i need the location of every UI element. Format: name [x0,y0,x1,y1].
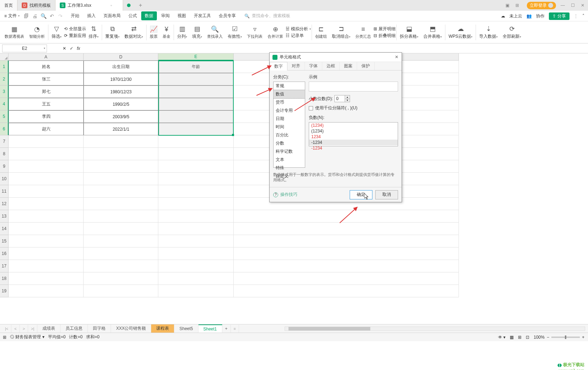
dlg-tab-font[interactable]: 字体 [305,62,322,70]
row-header-3[interactable]: 3 [0,85,9,98]
cell[interactable] [84,185,158,198]
cell[interactable] [158,148,234,160]
dialog-close-button[interactable]: ✕ [394,54,399,60]
subtotal-button[interactable]: ≡分类汇总 [353,21,374,43]
cell[interactable]: 1980/12/23 [84,85,158,98]
cell[interactable]: 1990/2/5 [84,98,158,110]
row-header-8[interactable]: 8 [0,148,9,160]
zoom-knob[interactable] [565,335,566,339]
cancel-button[interactable]: 取消 [375,190,398,199]
cell[interactable] [234,210,459,223]
cell[interactable] [84,210,158,223]
row-header-4[interactable]: 4 [0,98,9,110]
validity-button[interactable]: ☑有效性▾ [225,21,244,43]
tab-review[interactable]: 审阅 [158,11,173,20]
thousand-checkbox[interactable]: 使用千位分隔符( , )(U) [309,105,398,111]
cell[interactable]: 郑七 [9,85,84,98]
tab-insert[interactable]: 插入 [84,11,99,20]
row-header-17[interactable]: 17 [0,260,9,272]
name-box[interactable]: E2▾ [2,45,47,52]
cell[interactable] [158,235,234,247]
showall-button[interactable]: ⟲全部显示 [64,26,86,32]
view-layout-icon[interactable]: ⊡ [526,335,529,340]
sheet-list-button[interactable]: ≡ [231,325,239,333]
print-icon[interactable]: 🖨 [32,13,38,19]
cell[interactable]: 姓名 [9,61,84,73]
row-header-18[interactable]: 18 [0,272,9,285]
cell[interactable] [158,160,234,173]
cell[interactable] [84,198,158,210]
sheet-tab[interactable]: 田字格 [88,324,111,333]
tab-start[interactable]: 开始 [67,11,83,20]
status-doc-icon[interactable]: ◎ 财务报表管理 ▾ [10,334,44,340]
apps-icon[interactable]: ⊞ [514,3,520,8]
cell[interactable]: 张三 [9,73,84,85]
refresh-button[interactable]: ⟳全部刷新▾ [500,21,524,43]
cell[interactable] [9,223,84,235]
minimize-button[interactable]: — [560,3,566,8]
cell[interactable] [158,85,234,98]
category-list[interactable]: 常规数值货币会计专用日期时间百分比分数科学记数文本特殊自定义 [273,82,305,168]
sheet-nav-first[interactable]: |< [2,325,11,333]
cell[interactable] [234,247,459,260]
cell[interactable]: 李四 [9,110,84,123]
pivot-button[interactable]: ▦数据透视表 [2,21,27,43]
cloud-icon[interactable]: ☁ [501,14,505,19]
lookup-button[interactable]: 🔍查找录入 [205,21,225,43]
col-header-E[interactable]: E [158,53,234,61]
form-button[interactable]: ☷记录单 [286,33,311,39]
tab-formula[interactable]: 公式 [125,11,141,20]
view-normal-icon[interactable]: ▦ [510,335,514,340]
dlg-tab-pattern[interactable]: 图案 [340,62,357,70]
cell[interactable] [158,247,234,260]
sheet-tab[interactable]: Sheet5 [174,324,198,333]
zoom-slider[interactable] [551,337,580,338]
category-item[interactable]: 百分比 [274,131,305,139]
status-setting-icon[interactable]: ⊞ [3,335,6,340]
tips-link[interactable]: ?操作技巧 [273,192,297,198]
layout-icon[interactable]: ▣ [504,3,510,8]
fund-button[interactable]: ¥基金 [160,21,173,43]
dlg-tab-protect[interactable]: 保护 [357,62,375,70]
tab-home[interactable]: 首页 [0,0,17,11]
collapse-button[interactable]: ⊟折叠明细 [374,33,396,39]
undo-icon[interactable]: ↶ [49,13,55,19]
row-header-6[interactable]: 6 [0,123,9,135]
row-header-9[interactable]: 9 [0,160,9,173]
cell[interactable] [84,173,158,185]
negative-list[interactable]: (1234)(1234)1234-1234-1234 [309,122,398,146]
tab-data[interactable]: 数据 [141,11,157,20]
cell[interactable] [9,160,84,173]
cell[interactable] [84,272,158,285]
sheet-tab[interactable]: XXX公司销售额 [111,324,151,333]
dup-button[interactable]: ⧉重复项▾ [103,21,122,43]
scrollbar-thumb[interactable] [288,327,370,330]
negative-item[interactable]: 1234 [309,134,398,140]
dlg-tab-align[interactable]: 对齐 [287,62,305,70]
cell[interactable] [158,135,234,148]
negative-item[interactable]: -1234 [309,145,398,151]
cell[interactable] [84,135,158,148]
zoom-in-button[interactable]: + [582,335,584,340]
tab-template[interactable]: D 找稻壳模板 [17,0,55,11]
cell[interactable] [234,260,459,272]
accept-formula-icon[interactable]: ✓ [70,46,73,51]
fx-icon[interactable]: fx [77,46,80,51]
cell[interactable] [84,223,158,235]
stock-button[interactable]: 📈股票 [147,21,160,43]
cell[interactable] [84,285,158,297]
dlg-tab-number[interactable]: 数字 [270,62,287,71]
sort-button[interactable]: ⇅排序▾ [86,21,101,43]
cell[interactable] [234,223,459,235]
spinner-up[interactable]: ▲ [345,95,350,99]
row-header-14[interactable]: 14 [0,223,9,235]
fill-button[interactable]: ▤填充▾ [190,21,205,43]
coop-icon[interactable]: 👥 [526,14,532,19]
category-item[interactable]: 常规 [274,82,305,90]
cell[interactable] [158,272,234,285]
horizontal-scrollbar[interactable] [285,327,585,331]
row-header-2[interactable]: 2 [0,73,9,85]
tab-dev[interactable]: 开发工具 [190,11,214,20]
cell[interactable] [9,247,84,260]
chevron-down-icon[interactable]: ▾ [44,47,45,50]
